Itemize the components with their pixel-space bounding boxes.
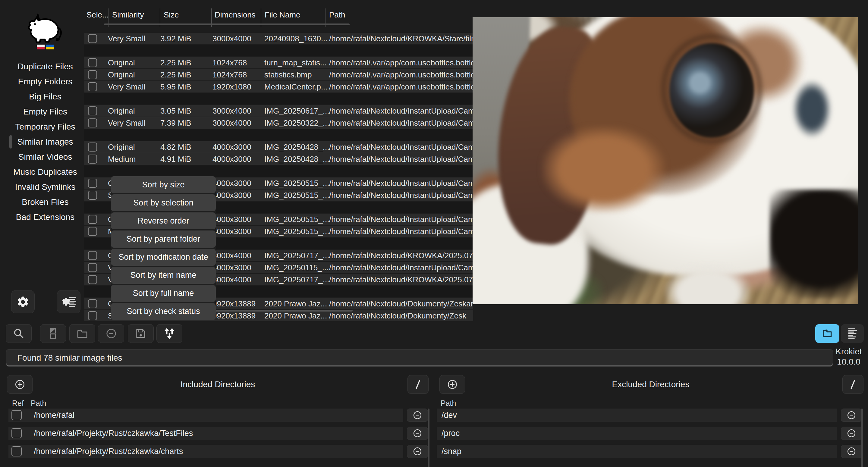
sidebar-item-broken-files[interactable]: Broken Files xyxy=(0,195,90,210)
row-checkbox[interactable] xyxy=(88,34,97,43)
table-row[interactable]: Very Small3.92 MiB3000x400020240908_1630… xyxy=(84,33,473,44)
save-button[interactable] xyxy=(128,324,154,343)
remove-included-directory-button[interactable] xyxy=(407,445,428,458)
remove-included-directory-button[interactable] xyxy=(407,427,428,440)
column-header-file-name[interactable]: File Name xyxy=(265,10,300,20)
gear-with-lines-icon xyxy=(61,295,76,309)
row-checkbox[interactable] xyxy=(88,58,97,67)
table-row[interactable]: Original4.82 MiB4000x3000IMG_20250428_..… xyxy=(84,141,473,153)
sidebar-item-empty-files[interactable]: Empty Files xyxy=(0,104,90,119)
sort-button[interactable] xyxy=(156,324,182,343)
remove-icon xyxy=(412,428,423,438)
row-checkbox[interactable] xyxy=(88,227,97,236)
row-checkbox[interactable] xyxy=(88,299,97,308)
sort-arrows-icon xyxy=(163,327,176,340)
advanced-settings-button[interactable] xyxy=(57,290,81,313)
sidebar-item-similar-videos[interactable]: Similar Videos xyxy=(0,150,90,164)
row-checkbox[interactable] xyxy=(88,275,97,284)
excluded-directory-row[interactable]: /snap xyxy=(437,445,837,458)
row-checkbox[interactable] xyxy=(88,82,97,91)
text-view-toggle[interactable] xyxy=(841,324,864,343)
reference-checkbox[interactable] xyxy=(11,410,22,420)
excluded-directory-row[interactable]: /dev xyxy=(437,409,837,422)
move-button[interactable] xyxy=(69,324,95,343)
text-lines-icon xyxy=(846,327,858,340)
table-row[interactable]: Original2.25 MiB1024x768turn_map_statis.… xyxy=(84,57,473,68)
included-directories-scrollbar[interactable] xyxy=(428,409,430,467)
column-header-size[interactable]: Size xyxy=(164,10,179,20)
sidebar-item-bad-extensions[interactable]: Bad Extensions xyxy=(0,210,90,225)
row-checkbox[interactable] xyxy=(88,191,97,200)
sidebar-item-label: Invalid Symlinks xyxy=(15,182,76,192)
row-checkbox[interactable] xyxy=(88,263,97,272)
included-directory-row[interactable]: /home/rafal xyxy=(8,409,403,422)
table-row[interactable]: Original3.05 MiB3000x4000IMG_20250617_..… xyxy=(84,105,473,117)
remove-excluded-directory-button[interactable] xyxy=(841,409,862,422)
menu-item-sort-by-check-status[interactable]: Sort by check status xyxy=(111,303,216,320)
manual-add-included-button[interactable] xyxy=(407,375,429,394)
file-name-cell: MedicalCenter.p... xyxy=(264,82,328,92)
row-checkbox[interactable] xyxy=(88,118,97,127)
excluded-directories-panel: Excluded Directories Path /dev/proc/snap xyxy=(437,374,865,467)
sidebar-item-duplicate-files[interactable]: Duplicate Files xyxy=(0,59,90,74)
excluded-directories-scrollbar[interactable] xyxy=(861,409,863,467)
table-row[interactable]: Original2.25 MiB1024x768statistics.bmp/h… xyxy=(84,69,473,81)
included-directory-row[interactable]: /home/rafal/Projekty/Rust/czkawka/charts xyxy=(8,445,403,458)
sidebar-item-music-duplicates[interactable]: Music Duplicates xyxy=(0,164,90,180)
menu-item-sort-by-item-name[interactable]: Sort by item name xyxy=(111,267,216,284)
reference-checkbox[interactable] xyxy=(11,446,22,457)
remove-included-directory-button[interactable] xyxy=(407,409,428,422)
sidebar-item-label: Music Duplicates xyxy=(13,167,77,177)
image-preview xyxy=(472,17,858,304)
table-row[interactable]: Very Small5.95 MiB1920x1080MedicalCenter… xyxy=(84,81,473,93)
sidebar-item-invalid-symlinks[interactable]: Invalid Symlinks xyxy=(0,180,90,195)
size-cell: 4.82 MiB xyxy=(160,143,191,152)
menu-item-sort-by-size[interactable]: Sort by size xyxy=(111,176,216,193)
tool-navigation: Duplicate FilesEmpty FoldersBig FilesEmp… xyxy=(0,59,90,225)
sidebar-item-similar-images[interactable]: Similar Images xyxy=(0,134,90,150)
row-checkbox[interactable] xyxy=(88,251,97,260)
row-checkbox[interactable] xyxy=(88,106,97,115)
sidebar-item-big-files[interactable]: Big Files xyxy=(0,89,90,104)
menu-item-sort-by-full-name[interactable]: Sort by full name xyxy=(111,285,216,302)
remove-excluded-directory-button[interactable] xyxy=(841,427,862,440)
menu-item-reverse-order[interactable]: Reverse order xyxy=(111,212,216,229)
select-button[interactable] xyxy=(40,324,66,343)
menu-item-sort-by-parent-folder[interactable]: Sort by parent folder xyxy=(111,230,216,247)
column-header-dimensions[interactable]: Dimensions xyxy=(215,10,255,20)
sidebar-item-temporary-files[interactable]: Temporary Files xyxy=(0,119,90,134)
row-checkbox[interactable] xyxy=(88,311,97,320)
table-row[interactable]: Medium4.91 MiB4000x3000IMG_20250428_.../… xyxy=(84,153,473,165)
row-checkbox[interactable] xyxy=(88,179,97,188)
file-name-cell: 2020 Prawo Jaz... xyxy=(264,299,327,309)
delete-button[interactable] xyxy=(98,324,124,343)
excluded-directory-row[interactable]: /proc xyxy=(437,427,837,440)
menu-item-sort-by-selection[interactable]: Sort by selection xyxy=(111,194,216,211)
path-cell: /home/rafal/Nextcloud/InstantUpload/Cam xyxy=(329,179,473,188)
app-name-label: Krokiet xyxy=(830,346,868,357)
path-column-header: Path xyxy=(441,399,456,408)
manual-add-excluded-button[interactable] xyxy=(842,375,864,394)
row-checkbox[interactable] xyxy=(88,155,97,164)
row-checkbox[interactable] xyxy=(88,143,97,152)
directories-view-toggle[interactable] xyxy=(815,324,839,343)
column-header-path[interactable]: Path xyxy=(329,10,345,20)
row-checkbox[interactable] xyxy=(88,70,97,79)
search-button[interactable] xyxy=(6,324,32,343)
row-checkbox[interactable] xyxy=(88,215,97,224)
sidebar-item-empty-folders[interactable]: Empty Folders xyxy=(0,74,90,89)
column-header-similarity[interactable]: Similarity xyxy=(112,10,144,20)
settings-button[interactable] xyxy=(11,290,35,313)
column-header-selection[interactable]: Sele... xyxy=(87,10,109,20)
table-row[interactable]: Very Small7.39 MiB3000x4000IMG_20250322_… xyxy=(84,117,473,129)
menu-item-sort-by-modification-date[interactable]: Sort by modification date xyxy=(111,249,216,266)
path-cell: /home/rafal/Nextcloud/InstantUpload/Cam xyxy=(329,143,473,152)
reference-checkbox[interactable] xyxy=(11,428,22,438)
remove-excluded-directory-button[interactable] xyxy=(841,445,862,458)
dimensions-cell: 3000x4000 xyxy=(213,34,251,43)
group-separator-row xyxy=(84,165,473,177)
header-horizontal-scrollbar[interactable] xyxy=(104,24,350,25)
included-directory-row[interactable]: /home/rafal/Projekty/Rust/czkawka/TestFi… xyxy=(8,427,403,440)
included-directories-panel: Included Directories Ref Path /home/rafa… xyxy=(6,374,430,467)
similarity-cell: Original xyxy=(108,70,135,80)
